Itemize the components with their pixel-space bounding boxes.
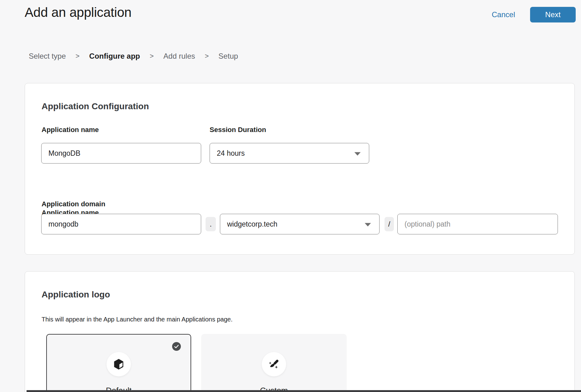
domain-select[interactable]: widgetcorp.tech	[220, 214, 380, 234]
breadcrumb-step-configure-app[interactable]: Configure app	[89, 52, 140, 61]
application-name-field-label: Application name	[42, 126, 99, 134]
custom-logo-circle	[262, 352, 286, 376]
breadcrumb-step-setup[interactable]: Setup	[218, 52, 238, 61]
header-actions: Cancel Next	[492, 7, 576, 22]
dot-separator: .	[206, 217, 216, 231]
bottom-edge-bar	[27, 390, 581, 392]
application-configuration-card: Application Configuration Application na…	[25, 83, 575, 255]
application-domain-field-label: Application domain	[42, 200, 105, 208]
next-button[interactable]: Next	[530, 7, 576, 22]
logo-card-description: This will appear in the App Launcher and…	[42, 316, 233, 323]
caret-down-icon	[354, 152, 361, 156]
subdomain-input[interactable]	[41, 214, 201, 234]
breadcrumb: Select type > Configure app > Add rules …	[29, 52, 238, 61]
default-logo-circle	[107, 352, 131, 376]
session-duration-select[interactable]: 24 hours	[210, 143, 369, 164]
page-title: Add an application	[25, 5, 132, 20]
session-duration-field-label: Session Duration	[210, 126, 266, 134]
logo-card-title: Application logo	[42, 290, 110, 300]
caret-down-icon	[365, 223, 371, 227]
cube-icon	[112, 358, 125, 370]
breadcrumb-step-select-type[interactable]: Select type	[29, 52, 66, 61]
breadcrumb-step-add-rules[interactable]: Add rules	[163, 52, 195, 61]
slash-separator: /	[385, 217, 394, 231]
paintbrush-icon	[268, 358, 280, 370]
session-duration-value: 24 hours	[217, 149, 245, 158]
logo-option-custom[interactable]: Custom	[201, 334, 347, 392]
breadcrumb-separator: >	[76, 52, 80, 60]
logo-option-default[interactable]: Default	[46, 334, 191, 392]
application-logo-card: Application logo This will appear in the…	[25, 271, 575, 392]
configuration-card-title: Application Configuration	[42, 101, 149, 111]
path-input[interactable]	[397, 214, 558, 234]
breadcrumb-separator: >	[205, 52, 209, 60]
application-name-input[interactable]	[41, 143, 201, 164]
breadcrumb-separator: >	[150, 52, 154, 60]
selected-check-icon	[172, 342, 181, 351]
cancel-button[interactable]: Cancel	[492, 10, 515, 19]
domain-select-value: widgetcorp.tech	[227, 220, 277, 228]
